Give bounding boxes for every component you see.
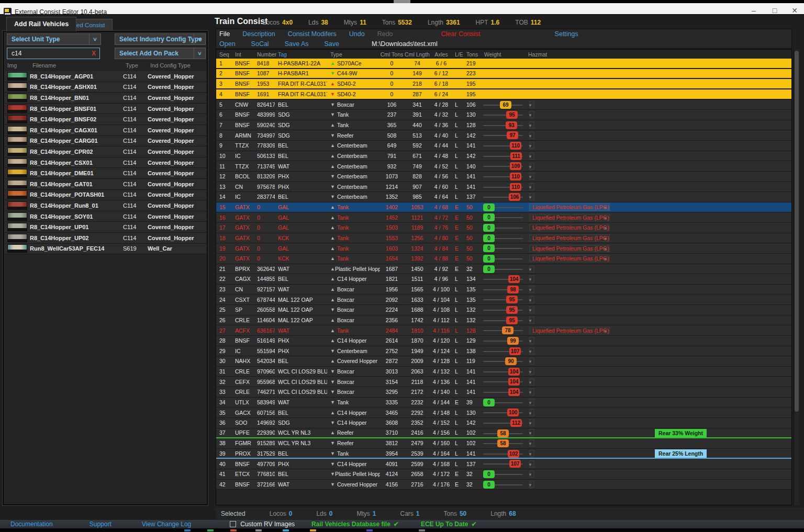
hazmat-dropdown[interactable]: ▼ <box>529 337 534 344</box>
consist-row[interactable]: 8ARMN734997SDG▼Reefer5085134 / 40L14297 … <box>216 130 791 141</box>
weight-badge[interactable]: 110 <box>510 142 521 150</box>
menu-save-as[interactable]: Save As <box>285 40 309 48</box>
weight-slider[interactable]: 107 <box>481 346 525 356</box>
weight-slider[interactable]: 78 <box>481 325 525 335</box>
list-item[interactable]: R8_C14Hopper_BN01C114Covered_Hopper <box>5 93 207 104</box>
hazmat-dropdown[interactable]: ▼ <box>529 152 534 160</box>
consist-row[interactable]: 34UTLX583949WAT▼Tank333522324 / 144E390 … <box>216 398 791 408</box>
consist-row[interactable]: 11TTZX713745WAT▲Centerbeam9327494 / 52L1… <box>216 161 791 172</box>
consist-row[interactable]: 29IC551594PHX▼Centerbeam275219494 / 124L… <box>216 346 791 357</box>
hazmat-dropdown[interactable]: ▼ <box>529 399 534 406</box>
weight-badge[interactable]: 104 <box>508 275 520 283</box>
consist-row[interactable]: 6BNSF483999SDG▼Tank2373914 / 32L13095 ▼ <box>216 110 791 120</box>
weight-slider[interactable]: 95 <box>481 295 525 304</box>
weight-slider[interactable]: 107 <box>481 459 525 469</box>
hazmat-dropdown[interactable]: ▼ <box>529 265 534 273</box>
consist-row[interactable]: 42BNSF372166WAT▼Covered Hopper415627164 … <box>216 480 791 490</box>
consist-row[interactable]: 19GATX0GAL▲Tank160313244 / 84E500Liquefi… <box>216 243 791 254</box>
weight-badge[interactable]: 0 <box>483 470 495 478</box>
consist-row[interactable]: 39PROX317529BEL▼Tank395425394 / 164L1411… <box>216 449 791 459</box>
consist-row[interactable]: 5CNW826417BEL▼Boxcar1063414 / 28L10669 ▼ <box>216 100 791 110</box>
weight-slider[interactable]: 0 <box>481 254 525 264</box>
hazmat-dropdown[interactable]: ▼ <box>529 121 534 129</box>
consist-row[interactable]: 15GATX0GAL▲Tank140210534 / 68E500Liquefi… <box>216 202 791 213</box>
weight-badge[interactable]: 95 <box>506 296 518 303</box>
list-item[interactable]: R8_C14Hopper_BNSF02C114Covered_Hopper <box>5 114 207 125</box>
hazmat-dropdown[interactable]: ▼ <box>529 357 534 365</box>
scrollbar-thumb[interactable] <box>795 51 799 412</box>
list-item[interactable]: Run8_WellCar53AP_FEC14S619Well_Car <box>5 244 207 255</box>
support-link[interactable]: Support <box>90 520 111 528</box>
weight-badge[interactable]: 107 <box>509 347 521 355</box>
menu-settings[interactable]: Settings <box>555 30 578 38</box>
consist-row[interactable]: 10IC506133BEL▲Centerbeam7916714 / 48L142… <box>216 151 791 162</box>
weight-badge[interactable]: 97 <box>507 131 518 139</box>
weight-slider[interactable]: 104 <box>481 274 525 284</box>
hazmat-dropdown[interactable]: ▼ <box>529 378 534 386</box>
weight-slider[interactable] <box>481 79 525 88</box>
weight-badge[interactable]: 99 <box>507 337 519 345</box>
consist-row[interactable]: 21BPRX362642WAT▲Plastic Pellet Hopper168… <box>216 264 791 275</box>
weight-badge[interactable]: 0 <box>483 213 495 221</box>
consist-row[interactable]: 16GATX0GAL▲Tank145211214 / 72E500Liquefi… <box>216 212 791 223</box>
menu-save[interactable]: Save <box>325 40 340 48</box>
weight-slider[interactable]: 0 <box>481 223 525 233</box>
list-item[interactable]: R8_C14Hopper_POTASH01C114Covered_Hopper <box>5 190 207 201</box>
hazmat-dropdown[interactable]: Liquefied Petroleum Gas (LPG)▼ <box>529 214 610 221</box>
hazmat-dropdown[interactable]: Liquefied Petroleum Gas (LPG)▼ <box>529 224 610 231</box>
consist-row[interactable]: 4BNSF1691FRA DIT R-CAL0317▼SD40-202876 /… <box>216 89 791 100</box>
consist-row[interactable]: 30NAHX542034BEL▲Covered Hopper287220094 … <box>216 356 791 367</box>
weight-slider[interactable]: 102 <box>481 449 525 458</box>
weight-slider[interactable]: 104 <box>481 387 525 397</box>
menu-socal[interactable]: SoCal <box>251 40 269 48</box>
consist-row[interactable]: 40BNSF497709PHX▼C14 Hopper409125994 / 16… <box>216 459 791 469</box>
weight-slider[interactable]: 112 <box>481 418 525 428</box>
hazmat-dropdown[interactable]: ▼ <box>529 368 534 375</box>
hazmat-dropdown[interactable]: ▼ <box>529 193 534 200</box>
hazmat-dropdown[interactable]: ▼ <box>529 439 534 447</box>
weight-slider[interactable]: 95 <box>481 110 525 120</box>
consist-row[interactable]: 7BNSF590240SDG▲Tank3654404 / 36L12893 ▼ <box>216 120 791 131</box>
hazmat-dropdown[interactable]: ▼ <box>529 142 534 149</box>
minimize-button[interactable]: – <box>746 6 762 15</box>
consist-row[interactable]: 37UPFE229390WCL YR NL3▲Reefer371024164 /… <box>216 428 791 439</box>
custom-rv-images-checkbox[interactable] <box>230 521 236 527</box>
consist-row[interactable]: 3BNSF1953FRA DIT R-CAL0317▲SD40-202186 /… <box>216 79 791 89</box>
hazmat-dropdown[interactable]: ▼ <box>529 419 534 426</box>
filter-search-box[interactable]: X <box>7 48 100 59</box>
hazmat-dropdown[interactable]: ▼ <box>529 286 534 293</box>
weight-slider[interactable]: 104 <box>481 377 525 387</box>
hazmat-dropdown[interactable]: ▼ <box>529 296 534 303</box>
chevron-down-icon[interactable]: ˅ <box>89 34 100 44</box>
consist-row[interactable]: 22CAGX144855BEL▲C14 Hopper182115114 / 96… <box>216 274 791 285</box>
tab-add-rail-vehicles[interactable]: Add Rail Vehicles <box>6 17 76 31</box>
industry-config-dropdown[interactable]: Select Industry Config Type ˅ <box>115 33 206 45</box>
consist-row[interactable]: 20GATX0KCK▲Tank165413924 / 88E500Liquefi… <box>216 254 791 264</box>
weight-badge[interactable]: 109 <box>510 162 521 170</box>
menu-description[interactable]: Description <box>242 30 275 38</box>
menu-redo[interactable]: Redo <box>377 30 393 38</box>
weight-badge[interactable]: 110 <box>510 173 521 180</box>
consist-row[interactable]: 13CN975678PHX▼Centerbeam12149074 / 60L14… <box>216 182 791 193</box>
weight-badge[interactable]: 69 <box>500 101 511 109</box>
list-item[interactable]: R8_C14Hopper_Run8_01C114Covered_Hopper <box>5 200 207 211</box>
weight-slider[interactable]: 99 <box>481 336 525 346</box>
weight-slider[interactable]: 98 <box>481 285 525 295</box>
list-item[interactable]: R8_C14Hopper_CARG01C114Covered_Hopper <box>5 136 207 147</box>
weight-slider[interactable]: 93 <box>481 120 525 130</box>
hazmat-dropdown[interactable]: ▼ <box>529 275 534 282</box>
consist-row[interactable]: 32CEFX955968WCL CI LOS29 BLU▼Boxcar31542… <box>216 377 791 387</box>
weight-badge[interactable]: 0 <box>483 255 495 263</box>
consist-row[interactable]: 14IC283774BEL▼Centerbeam13529854 / 64L13… <box>216 192 791 202</box>
consist-row[interactable]: 17GATX0GAL▲Tank150311894 / 76E500Liquefi… <box>216 223 791 233</box>
consist-row[interactable]: 31CRLE970960WCL CI LOS29 BLU▼Boxcar30132… <box>216 367 791 377</box>
view-changelog-link[interactable]: View Change Log <box>142 520 192 528</box>
weight-slider[interactable] <box>481 89 525 99</box>
hazmat-dropdown[interactable]: ▼ <box>529 101 534 108</box>
menu-clear-consist[interactable]: Clear Consist <box>441 30 481 38</box>
weight-badge[interactable]: 0 <box>483 224 495 232</box>
weight-badge[interactable]: 0 <box>483 481 495 489</box>
weight-badge[interactable]: 110 <box>510 183 521 191</box>
weight-slider[interactable]: 0 <box>481 469 525 479</box>
weight-slider[interactable]: 0 <box>481 398 525 408</box>
